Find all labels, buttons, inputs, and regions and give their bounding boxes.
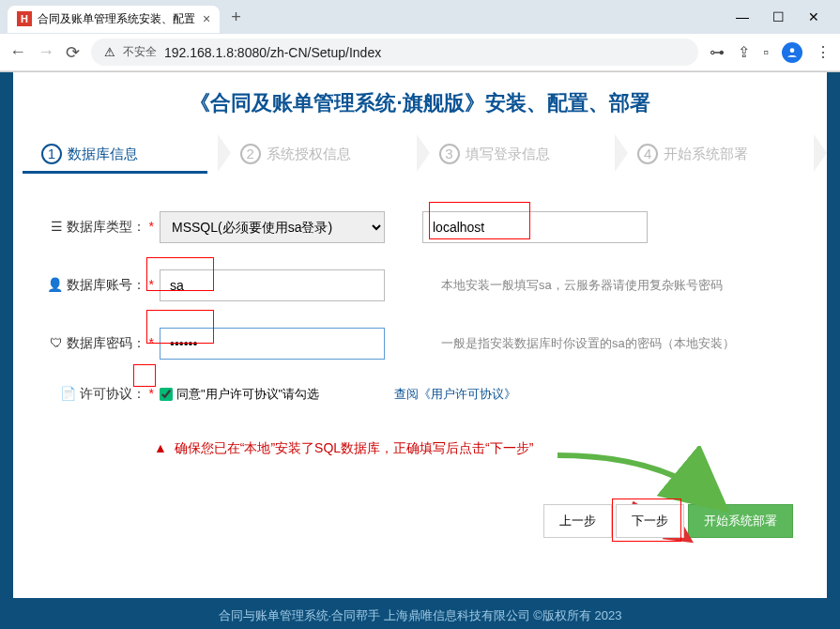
db-pass-label: 🛡数据库密码：* [41,335,154,352]
tab-title: 合同及账单管理系统安装、配置 [38,11,197,27]
page-content: 《合同及账单管理系统·旗舰版》安装、配置、部署 1数据库信息 2系统授权信息 3… [13,72,827,598]
license-label: 📄许可协议：* [41,386,154,403]
database-icon: ☰ [51,219,63,234]
minimize-button[interactable]: — [733,9,752,24]
svg-point-0 [790,48,795,53]
nav-bar: ← → ⟳ ⚠ 不安全 192.168.1.8:8080/zh-CN/Setup… [0,34,840,71]
alert-icon: ▲ [154,440,167,455]
db-type-select[interactable]: MSSQL(必须要使用sa登录) [160,211,385,243]
extensions-icon[interactable]: ▫ [763,44,769,61]
db-user-label: 👤数据库账号：* [41,277,154,294]
license-link[interactable]: 查阅《用户许可协议》 [394,387,516,401]
page-title: 《合同及账单管理系统·旗舰版》安装、配置、部署 [23,89,817,117]
db-pass-hint: 一般是指安装数据库时你设置的sa的密码（本地安装） [441,335,741,352]
reload-button[interactable]: ⟳ [66,42,80,63]
highlight-box [146,310,214,344]
password-key-icon[interactable]: ⊶ [710,43,725,61]
step-1[interactable]: 1数据库信息 [23,134,221,174]
step-4: 4开始系统部署 [619,134,817,174]
license-checkbox[interactable] [160,388,173,401]
warning-icon: ⚠ [104,45,115,59]
highlight-box [612,499,681,542]
license-text: 同意"用户许可协议"请勾选 [176,386,319,403]
step-3: 3填写登录信息 [420,134,619,174]
tab-bar: H 合同及账单管理系统安装、配置 × + — ☐ ✕ [0,0,840,34]
footer: 合同与账单管理系统·合同帮手 上海鼎唯信息科技有限公司 ©版权所有 2023 [0,598,840,624]
page-background: 《合同及账单管理系统·旗舰版》安装、配置、部署 1数据库信息 2系统授权信息 3… [0,72,840,629]
back-button[interactable]: ← [9,42,26,62]
address-bar[interactable]: ⚠ 不安全 192.168.1.8:8080/zh-CN/Setup/Index [91,38,698,66]
license-row: 📄许可协议：* 同意"用户许可协议"请勾选 查阅《用户许可协议》 [41,386,799,403]
share-icon[interactable]: ⇪ [738,43,750,61]
close-window-button[interactable]: ✕ [804,9,823,24]
highlight-box [429,202,530,239]
window-controls: — ☐ ✕ [733,9,832,24]
menu-icon[interactable]: ⋮ [816,43,831,61]
db-type-label: ☰数据库类型：* [41,219,154,236]
url-text: 192.168.1.8:8080/zh-CN/Setup/Index [164,45,381,60]
browser-tab[interactable]: H 合同及账单管理系统安装、配置 × [8,6,220,33]
browser-chrome: H 合同及账单管理系统安装、配置 × + — ☐ ✕ ← → ⟳ ⚠ 不安全 1… [0,0,840,72]
document-icon: 📄 [60,386,76,401]
favicon: H [17,11,32,26]
tab-close-icon[interactable]: × [203,11,210,26]
db-type-row: ☰数据库类型：* MSSQL(必须要使用sa登录) [41,211,799,243]
profile-icon[interactable] [782,42,802,63]
shield-icon: 🛡 [50,335,63,350]
maximize-button[interactable]: ☐ [769,9,787,24]
step-2: 2系统授权信息 [221,134,420,174]
insecure-label: 不安全 [123,44,157,60]
steps-nav: 1数据库信息 2系统授权信息 3填写登录信息 4开始系统部署 [23,134,817,174]
highlight-box [146,257,214,291]
new-tab-button[interactable]: + [231,8,241,27]
db-user-hint: 本地安装一般填写sa，云服务器请使用复杂账号密码 [441,277,741,294]
user-icon: 👤 [47,277,63,292]
forward-button[interactable]: → [38,42,54,62]
highlight-box [133,364,156,387]
form-area: ☰数据库类型：* MSSQL(必须要使用sa登录) 👤数据库账号：* 本地安装一… [23,211,817,538]
